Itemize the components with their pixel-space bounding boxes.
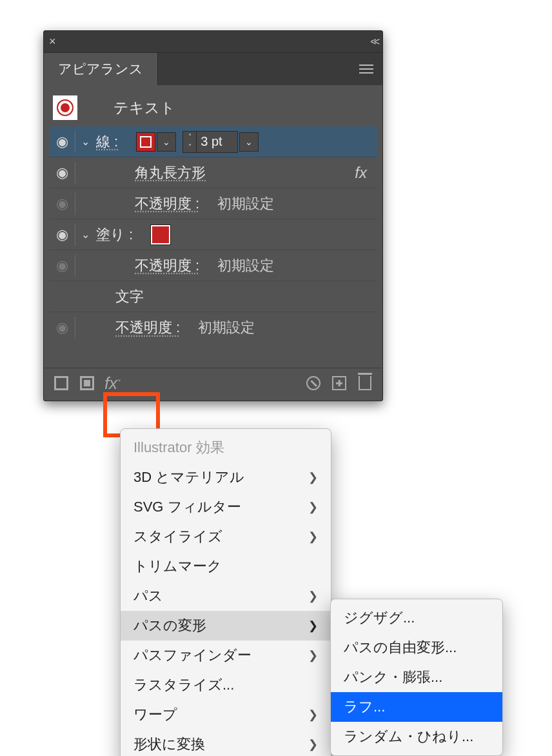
stroke-opacity-row[interactable]: ◉ 不透明度 : 初期設定 bbox=[49, 188, 377, 219]
chevron-right-icon: ❯ bbox=[308, 589, 318, 603]
fill-row[interactable]: ◉ ⌄ 塗り : bbox=[49, 219, 377, 250]
opacity-label[interactable]: 不透明度 : bbox=[115, 318, 180, 337]
submenu-item[interactable]: パンク・膨張... bbox=[331, 662, 502, 692]
menu-item-label: スタイライズ bbox=[133, 527, 222, 546]
stroke-effect-row[interactable]: ◉ 角丸長方形 fx bbox=[49, 157, 377, 188]
object-thumbnail[interactable] bbox=[53, 95, 77, 120]
fx-badge[interactable]: fx bbox=[355, 164, 373, 182]
panel-bottom-bar: fx˅ bbox=[44, 368, 382, 401]
stroke-weight-stepper: ˄ ˅ ⌄ bbox=[182, 131, 259, 153]
collapse-icon[interactable]: << bbox=[370, 36, 377, 48]
effect-label[interactable]: 角丸長方形 bbox=[135, 163, 206, 183]
visibility-icon[interactable]: ◉ bbox=[53, 226, 71, 243]
characters-row[interactable]: ◉ 文字 bbox=[49, 281, 377, 312]
close-icon[interactable]: × bbox=[49, 35, 56, 48]
menu-item[interactable]: パスファインダー❯ bbox=[121, 641, 331, 670]
menu-item-label: 3D とマテリアル bbox=[133, 468, 244, 487]
menu-item[interactable]: SVG フィルター❯ bbox=[121, 492, 331, 522]
submenu-item[interactable]: ランダム・ひねり... bbox=[331, 722, 502, 751]
distort-submenu: ジグザグ...パスの自由変形...パンク・膨張...ラフ...ランダム・ひねり.… bbox=[330, 599, 503, 756]
tab-appearance[interactable]: アピアランス bbox=[44, 53, 158, 85]
hamburger-icon bbox=[359, 65, 373, 74]
submenu-item-label: パンク・膨張... bbox=[344, 668, 442, 687]
stroke-weight-dropdown[interactable]: ⌄ bbox=[239, 132, 259, 152]
panel-menu-button[interactable] bbox=[350, 53, 382, 85]
chevron-down-icon[interactable]: ⌄ bbox=[79, 135, 91, 148]
appearance-panel: × << アピアランス テキスト ◉ ⌄ 線 : ⌄ ˄ bbox=[43, 30, 383, 401]
delete-icon[interactable] bbox=[357, 375, 373, 392]
submenu-item[interactable]: ラフ... bbox=[331, 692, 502, 722]
menu-item[interactable]: スタイライズ❯ bbox=[121, 522, 331, 552]
step-up-icon[interactable]: ˄ bbox=[183, 132, 196, 142]
fill-swatch[interactable] bbox=[151, 225, 170, 244]
submenu-item[interactable]: 変形 bbox=[331, 751, 502, 756]
chevron-right-icon: ❯ bbox=[308, 648, 318, 662]
stroke-weight-input[interactable] bbox=[197, 131, 238, 153]
submenu-item-label: パスの自由変形... bbox=[344, 638, 457, 657]
stroke-row[interactable]: ◉ ⌄ 線 : ⌄ ˄ ˅ ⌄ bbox=[49, 126, 377, 157]
characters-label: 文字 bbox=[115, 287, 144, 306]
chevron-right-icon: ❯ bbox=[308, 619, 318, 633]
opacity-value: 初期設定 bbox=[198, 318, 255, 337]
visibility-icon[interactable]: ◉ bbox=[53, 319, 71, 336]
menu-item-label: 形状に変換 bbox=[133, 735, 205, 754]
fill-label: 塗り : bbox=[96, 225, 133, 244]
new-fill-icon[interactable] bbox=[79, 375, 95, 392]
chevron-down-icon[interactable]: ⌄ bbox=[79, 228, 91, 241]
submenu-item[interactable]: パスの自由変形... bbox=[331, 633, 502, 662]
visibility-icon[interactable]: ◉ bbox=[53, 134, 71, 150]
object-title-row: テキスト bbox=[49, 90, 377, 126]
chevron-right-icon: ❯ bbox=[308, 708, 318, 722]
tab-row: アピアランス bbox=[44, 53, 382, 85]
submenu-item[interactable]: ジグザグ... bbox=[331, 603, 502, 633]
menu-item[interactable]: ラスタライズ... bbox=[121, 670, 331, 700]
menu-section-header: Illustrator 効果 bbox=[121, 433, 331, 463]
object-type-label: テキスト bbox=[113, 98, 175, 118]
menu-item-label: パスの変形 bbox=[133, 616, 206, 635]
menu-item-label: SVG フィルター bbox=[133, 497, 241, 517]
duplicate-icon[interactable] bbox=[331, 375, 348, 392]
panel-topbar: × << bbox=[44, 31, 382, 53]
visibility-icon[interactable]: ◉ bbox=[53, 195, 71, 212]
menu-item-label: トリムマーク bbox=[133, 557, 222, 576]
menu-header-label: Illustrator 効果 bbox=[133, 438, 224, 457]
menu-item-label: パス bbox=[133, 586, 163, 606]
chevron-right-icon: ❯ bbox=[308, 737, 318, 751]
submenu-item-label: ランダム・ひねり... bbox=[344, 727, 473, 746]
step-down-icon[interactable]: ˅ bbox=[183, 142, 196, 152]
submenu-item-label: ラフ... bbox=[344, 697, 385, 717]
root-opacity-row[interactable]: ◉ 不透明度 : 初期設定 bbox=[49, 312, 377, 343]
menu-item[interactable]: パス❯ bbox=[121, 581, 331, 611]
menu-item[interactable]: 形状に変換❯ bbox=[121, 730, 331, 756]
visibility-icon[interactable]: ◉ bbox=[53, 257, 71, 274]
chevron-right-icon: ❯ bbox=[308, 530, 318, 544]
menu-item-label: パスファインダー bbox=[133, 646, 251, 665]
opacity-label[interactable]: 不透明度 : bbox=[135, 256, 199, 275]
submenu-item-label: ジグザグ... bbox=[344, 608, 415, 628]
fill-opacity-row[interactable]: ◉ 不透明度 : 初期設定 bbox=[49, 250, 377, 281]
opacity-label[interactable]: 不透明度 : bbox=[135, 194, 199, 214]
menu-item-label: ラスタライズ... bbox=[133, 675, 234, 695]
menu-item-label: ワープ bbox=[133, 705, 177, 724]
clear-appearance-icon[interactable] bbox=[305, 375, 322, 392]
effects-menu: Illustrator 効果 3D とマテリアル❯SVG フィルター❯スタイライ… bbox=[120, 428, 331, 756]
tab-label: アピアランス bbox=[58, 60, 143, 78]
stroke-label[interactable]: 線 : bbox=[96, 132, 118, 152]
opacity-value: 初期設定 bbox=[217, 256, 274, 275]
stroke-color-control: ⌄ bbox=[136, 132, 176, 152]
add-effect-button[interactable]: fx˅ bbox=[104, 375, 121, 392]
menu-item[interactable]: ワープ❯ bbox=[121, 700, 331, 730]
menu-item[interactable]: パスの変形❯ bbox=[121, 611, 331, 641]
opacity-value: 初期設定 bbox=[217, 194, 274, 214]
visibility-icon[interactable]: ◉ bbox=[53, 164, 71, 181]
panel-content: テキスト ◉ ⌄ 線 : ⌄ ˄ ˅ ⌄ ◉ bbox=[44, 85, 382, 348]
menu-item[interactable]: トリムマーク bbox=[121, 552, 331, 581]
menu-item[interactable]: 3D とマテリアル❯ bbox=[121, 463, 331, 492]
chevron-right-icon: ❯ bbox=[308, 470, 318, 484]
stroke-swatch[interactable] bbox=[136, 132, 155, 152]
chevron-right-icon: ❯ bbox=[308, 500, 318, 514]
stroke-color-dropdown[interactable]: ⌄ bbox=[157, 132, 176, 152]
new-stroke-icon[interactable] bbox=[53, 375, 70, 392]
